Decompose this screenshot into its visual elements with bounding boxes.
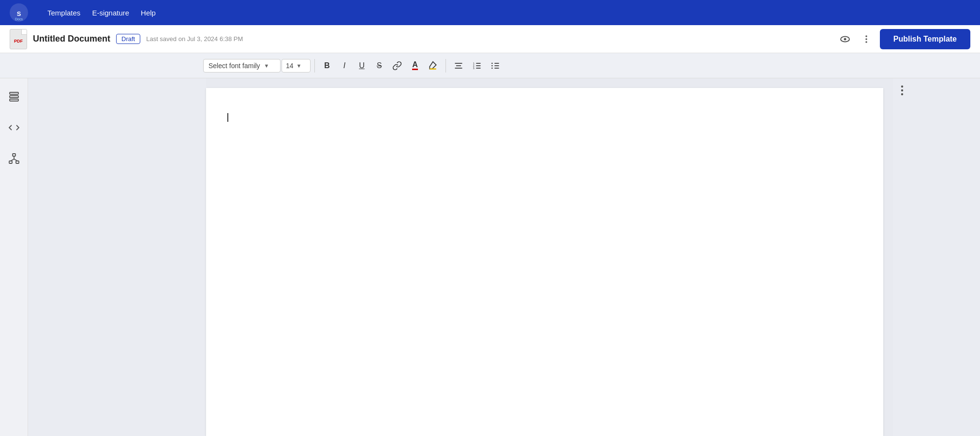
font-size-select[interactable]: 14 ▼: [282, 59, 311, 73]
svg-rect-27: [13, 154, 15, 156]
doc-file-icon: PDF: [10, 29, 27, 49]
underline-icon: U: [359, 61, 365, 70]
svg-point-35: [901, 93, 903, 95]
svg-rect-29: [16, 161, 19, 163]
app-logo-icon: S Docs: [10, 3, 28, 22]
strikethrough-icon: S: [377, 61, 382, 70]
canvas-more-options-button[interactable]: [901, 85, 904, 98]
highlight-button[interactable]: [424, 58, 442, 74]
bold-button[interactable]: B: [319, 58, 335, 74]
nav-templates[interactable]: Templates: [47, 9, 80, 17]
publish-template-button[interactable]: Publish Template: [880, 29, 970, 49]
sidebar-network-icon[interactable]: [5, 150, 23, 167]
svg-text:S: S: [17, 10, 21, 17]
font-family-chevron: ▼: [264, 63, 269, 69]
divider-1: [314, 59, 315, 73]
top-nav: S Docs Templates E-signature Help: [0, 0, 980, 25]
svg-point-21: [491, 62, 493, 64]
svg-line-31: [11, 159, 14, 161]
svg-point-6: [865, 38, 867, 40]
divider-2: [445, 59, 446, 73]
font-family-label: Select font family: [208, 62, 260, 70]
svg-point-22: [491, 65, 493, 66]
left-panel: [28, 78, 206, 436]
svg-point-34: [901, 89, 903, 91]
nav-esignature[interactable]: E-signature: [92, 9, 129, 17]
svg-point-5: [865, 35, 867, 37]
svg-text:3.: 3.: [473, 66, 475, 69]
bold-icon: B: [324, 61, 330, 70]
sidebar-code-icon[interactable]: [5, 119, 23, 136]
svg-rect-26: [10, 99, 18, 101]
italic-button[interactable]: I: [336, 58, 353, 74]
sidebar-layers-icon[interactable]: [5, 88, 23, 105]
nav-help[interactable]: Help: [141, 9, 156, 17]
doc-title: Untitled Document: [33, 34, 110, 44]
toolbar: Select font family ▼ 14 ▼ B I U S A: [0, 53, 980, 78]
more-vert-canvas-icon: [901, 85, 904, 96]
font-size-chevron: ▼: [297, 63, 302, 69]
main-area: [0, 78, 980, 436]
unordered-list-icon: [490, 61, 500, 71]
left-sidebar: [0, 78, 28, 436]
font-size-value: 14: [286, 62, 294, 70]
font-color-button[interactable]: A: [407, 58, 423, 74]
draft-badge: Draft: [116, 34, 140, 44]
document-canvas[interactable]: [206, 88, 883, 436]
font-family-select[interactable]: Select font family ▼: [203, 59, 281, 73]
svg-rect-28: [9, 161, 12, 163]
more-options-button[interactable]: [860, 32, 873, 46]
text-cursor: [227, 113, 228, 122]
right-panel: [893, 78, 980, 436]
highlight-icon: [428, 61, 438, 71]
svg-point-33: [901, 86, 903, 87]
unordered-list-button[interactable]: [487, 58, 504, 74]
link-icon: [392, 61, 402, 71]
svg-point-7: [865, 41, 867, 43]
link-button[interactable]: [388, 58, 406, 74]
font-color-icon: A: [412, 61, 418, 70]
ordered-list-icon: 1. 2. 3.: [472, 61, 482, 71]
doc-bar-actions: Publish Template: [837, 29, 970, 49]
more-vert-icon: [861, 34, 871, 44]
align-center-button[interactable]: [450, 58, 467, 74]
logo-area[interactable]: S Docs: [10, 3, 28, 22]
svg-line-32: [14, 159, 17, 161]
preview-button[interactable]: [837, 31, 853, 47]
svg-point-4: [844, 38, 846, 40]
eye-icon: [839, 33, 851, 45]
svg-point-23: [491, 67, 493, 69]
svg-rect-24: [10, 92, 18, 94]
content-area: [28, 78, 980, 436]
underline-button[interactable]: U: [354, 58, 370, 74]
save-status: Last saved on Jul 3, 2024 6:38 PM: [146, 35, 832, 43]
align-center-icon: [454, 61, 463, 71]
ordered-list-button[interactable]: 1. 2. 3.: [468, 58, 486, 74]
strikethrough-button[interactable]: S: [371, 58, 387, 74]
svg-text:Docs: Docs: [15, 17, 23, 21]
svg-rect-25: [10, 96, 18, 98]
italic-icon: I: [343, 61, 345, 70]
doc-bar: PDF Untitled Document Draft Last saved o…: [0, 25, 980, 53]
